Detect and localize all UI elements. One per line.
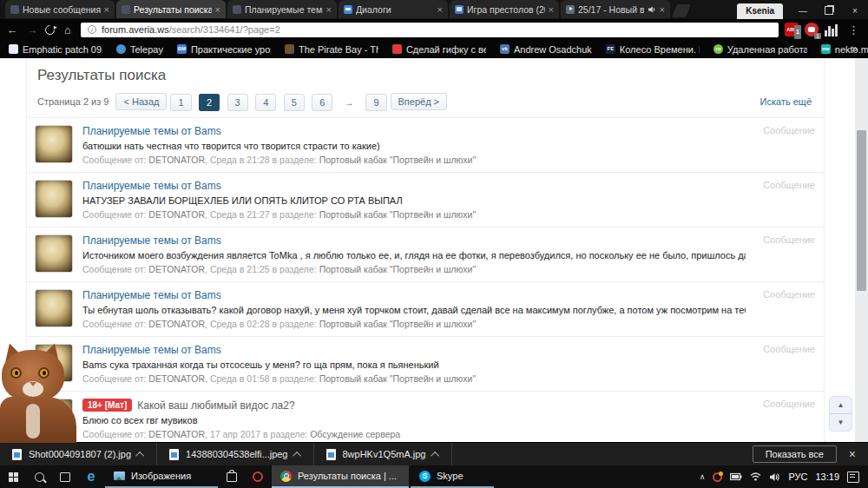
bookmark-item[interactable]: nekto.me - анонимн xyxy=(821,44,868,55)
browser-tab[interactable]: Результаты поиска | Фо × xyxy=(116,0,226,18)
browser-tab[interactable]: Диалоги × xyxy=(339,0,448,18)
tab-audio-icon[interactable] xyxy=(648,5,656,14)
adblock-extension-icon[interactable]: ABP1 xyxy=(785,23,799,36)
page-info-icon[interactable]: i xyxy=(88,25,96,34)
profile-button[interactable]: Ksenia xyxy=(737,3,783,19)
pagination-page-button[interactable]: → xyxy=(340,94,358,111)
back-button[interactable]: ← xyxy=(5,24,19,36)
clock[interactable]: 13:19 xyxy=(815,472,839,482)
download-chip[interactable]: 143880304538elfi...jpeg xyxy=(157,443,313,465)
result-title-link[interactable]: Планируемые темы от Bams xyxy=(82,125,221,137)
action-center-icon[interactable] xyxy=(847,472,859,483)
section-link[interactable]: Портовый кабак "Портвейн и шлюхи" xyxy=(319,264,477,274)
search-result-row[interactable]: 18+ [Мат] Какой ваш любимый видос ла2? Б… xyxy=(27,392,824,443)
start-button[interactable] xyxy=(0,465,26,488)
skype-taskbar-button[interactable]: S Skype xyxy=(411,465,494,488)
author-link[interactable]: DETONATOR xyxy=(148,155,205,165)
tab-close-icon[interactable]: × xyxy=(437,5,443,14)
bookmark-item[interactable]: The Pirate Bay - The xyxy=(285,44,378,55)
pagination-page-button[interactable]: 3 xyxy=(227,94,248,111)
blocker-extension-icon[interactable]: 1 xyxy=(805,23,819,36)
section-link[interactable]: Портовый кабак "Портвейн и шлюхи" xyxy=(319,155,477,165)
search-result-row[interactable]: Планируемые темы от Bams Ты ебнутая шоль… xyxy=(27,282,824,337)
section-link[interactable]: Портовый кабак "Портвейн и шлюхи" xyxy=(319,209,477,220)
author-link[interactable]: DETONATOR xyxy=(148,264,205,274)
section-link[interactable]: Обсуждение сервера xyxy=(310,429,400,439)
download-chip[interactable]: 8wpHKv1Q5mA.jpg xyxy=(314,443,452,465)
address-bar[interactable]: i forum.averia.ws/search/3134641/?page=2 xyxy=(81,23,779,37)
explorer-taskbar-button[interactable]: Изображения xyxy=(105,465,218,488)
bookmarks-overflow-icon[interactable]: » xyxy=(852,43,858,55)
search-result-row[interactable]: Планируемые темы от Bams Bams сука траха… xyxy=(27,337,824,392)
search-result-row[interactable]: Планируемые темы от Bams НАТУЗЕР ЗАВАЛИ … xyxy=(27,173,824,228)
wifi-icon[interactable] xyxy=(750,472,761,481)
bookmark-item[interactable]: Практические уроки xyxy=(177,44,271,55)
pagination-prev-button[interactable]: < Назад xyxy=(115,93,167,110)
pagination-page-button[interactable]: 1 xyxy=(170,94,191,111)
task-view-button[interactable] xyxy=(52,465,78,488)
result-title-link[interactable]: Планируемые темы от Bams xyxy=(82,289,221,301)
scroll-to-top-button[interactable]: ▲ xyxy=(830,397,852,414)
pagination-next-button[interactable]: Вперёд > xyxy=(391,93,448,110)
scrollbar-thumb[interactable] xyxy=(857,130,866,291)
minimize-button[interactable]: — xyxy=(790,2,816,19)
pagination-page-button[interactable]: 2 xyxy=(199,94,220,111)
reload-button[interactable] xyxy=(43,23,57,36)
tab-close-icon[interactable]: × xyxy=(215,5,220,14)
scrollbar[interactable] xyxy=(855,58,868,443)
browser-tab[interactable]: Новые сообщения | Фо × xyxy=(5,0,115,18)
tab-close-icon[interactable]: × xyxy=(104,5,109,14)
pagination-page-button[interactable]: 6 xyxy=(312,94,332,111)
scroll-to-bottom-button[interactable]: ▼ xyxy=(830,414,852,431)
taskbar-search-button[interactable] xyxy=(26,465,52,488)
author-link[interactable]: DETONATOR xyxy=(148,319,205,329)
pagination-page-button[interactable]: 4 xyxy=(255,94,276,111)
new-tab-button[interactable] xyxy=(672,4,691,17)
section-link[interactable]: Портовый кабак "Портвейн и шлюхи" xyxy=(319,373,477,384)
pagination-page-button[interactable]: 9 xyxy=(365,94,386,111)
download-options-icon[interactable] xyxy=(431,451,439,459)
browser-menu-icon[interactable]: ⋮ xyxy=(845,23,863,36)
bookmark-item[interactable]: Andrew Osadchuk xyxy=(500,44,592,55)
pagination-page-button[interactable]: 5 xyxy=(284,94,305,111)
downloads-close-icon[interactable]: × xyxy=(849,447,856,461)
bookmark-item[interactable]: Колесо Времени. Ро xyxy=(606,44,700,55)
download-options-icon[interactable] xyxy=(135,451,144,459)
avatar[interactable] xyxy=(35,234,73,273)
download-options-icon[interactable] xyxy=(293,451,301,459)
search-result-row[interactable]: Планируемые темы от Bams батюшки нать че… xyxy=(27,118,824,173)
author-link[interactable]: DETONATOR xyxy=(148,209,205,220)
tab-close-icon[interactable]: × xyxy=(326,5,332,14)
browser-tab[interactable]: Планируемые темы от × xyxy=(227,0,337,18)
tray-record-icon[interactable] xyxy=(713,472,722,482)
home-button[interactable]: ⌂ xyxy=(61,24,75,36)
section-link[interactable]: Портовый кабак "Портвейн и шлюхи" xyxy=(319,319,477,329)
restore-button[interactable] xyxy=(816,2,842,19)
store-button[interactable] xyxy=(219,465,245,488)
stats-extension-icon[interactable] xyxy=(825,23,838,36)
edge-button[interactable]: e xyxy=(78,465,104,488)
tray-expand-icon[interactable]: ∧ xyxy=(700,472,706,481)
battery-icon[interactable] xyxy=(730,472,742,481)
bookmark-item[interactable]: Telepay xyxy=(116,44,163,55)
author-link[interactable]: DETONATOR xyxy=(148,373,205,384)
result-title-link[interactable]: Планируемые темы от Bams xyxy=(82,344,221,356)
browser-tab[interactable]: 25/17 - Новый виру × xyxy=(561,0,670,18)
recorder-button[interactable] xyxy=(245,465,271,488)
tab-close-icon[interactable]: × xyxy=(549,5,554,14)
forward-button[interactable]: → xyxy=(25,24,39,36)
browser-tab[interactable]: Игра престолов (2011) × xyxy=(450,0,559,18)
bookmark-item[interactable]: Удаленная работа. © xyxy=(713,44,807,55)
search-result-row[interactable]: Планируемые темы от Bams Источником моег… xyxy=(27,228,824,282)
result-title-link[interactable]: Планируемые темы от Bams xyxy=(82,180,221,192)
download-chip[interactable]: Shot0004091807 (2).jpg xyxy=(0,443,157,465)
result-title-link[interactable]: Планируемые темы от Bams xyxy=(82,234,221,247)
close-window-button[interactable]: × xyxy=(842,2,868,19)
author-link[interactable]: DETONATOR xyxy=(148,429,205,439)
search-more-link[interactable]: Искать ещё xyxy=(760,96,812,107)
avatar[interactable] xyxy=(35,125,73,163)
bookmark-item[interactable]: Сделай гифку с вебк xyxy=(392,44,486,55)
bookmark-item[interactable]: Emphatic patch 09.07 xyxy=(9,44,102,55)
avatar[interactable] xyxy=(35,180,73,218)
volume-icon[interactable] xyxy=(769,472,780,482)
